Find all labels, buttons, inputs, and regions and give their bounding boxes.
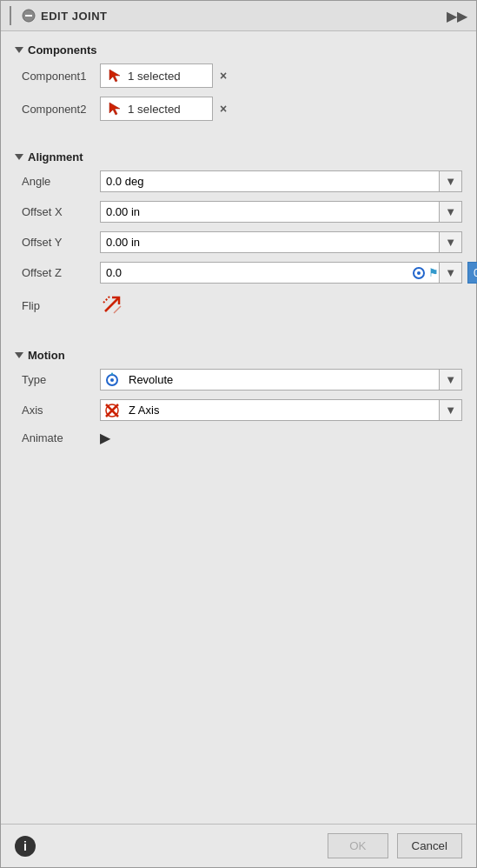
component1-clear-button[interactable]: × bbox=[220, 69, 227, 83]
svg-line-7 bbox=[103, 296, 110, 303]
offset-z-left-arrow[interactable]: ▼ bbox=[439, 263, 461, 283]
offset-y-row: Offset Y ▼ bbox=[15, 231, 462, 253]
angle-row: Angle ▼ bbox=[15, 170, 462, 192]
component1-control: 1 selected × bbox=[100, 63, 462, 88]
offset-x-control: ▼ bbox=[100, 201, 462, 223]
axis-label: Axis bbox=[22, 404, 100, 417]
flip-icon bbox=[100, 292, 124, 317]
svg-rect-1 bbox=[25, 15, 32, 17]
svg-line-8 bbox=[114, 306, 121, 313]
type-control: ▼ bbox=[100, 369, 462, 391]
motion-section-label: Motion bbox=[28, 349, 65, 362]
offset-z-control: ⚑ ▼ ▼ bbox=[100, 262, 462, 284]
svg-marker-3 bbox=[109, 103, 120, 115]
angle-label: Angle bbox=[22, 175, 100, 188]
component2-select-button[interactable]: 1 selected bbox=[100, 97, 213, 121]
component1-value: 1 selected bbox=[128, 70, 181, 83]
offset-z-label: Offset Z bbox=[22, 266, 100, 279]
svg-point-5 bbox=[417, 271, 421, 275]
angle-input[interactable] bbox=[101, 171, 439, 191]
offset-x-label: Offset X bbox=[22, 205, 100, 218]
components-collapse-icon[interactable] bbox=[15, 47, 23, 53]
component2-selector: 1 selected × bbox=[100, 97, 462, 121]
flip-control bbox=[100, 292, 462, 319]
offset-z-inputs: ⚑ ▼ ▼ bbox=[100, 262, 462, 284]
motion-section-header[interactable]: Motion bbox=[15, 349, 462, 362]
svg-marker-12 bbox=[110, 372, 114, 375]
info-button[interactable]: i bbox=[15, 836, 36, 857]
offset-z-right-group: ▼ bbox=[467, 262, 477, 284]
offset-y-input-group: ▼ bbox=[100, 231, 462, 253]
flag-icon: ⚑ bbox=[428, 266, 439, 279]
offset-x-input[interactable] bbox=[101, 202, 439, 222]
offset-z-right-input[interactable] bbox=[468, 263, 477, 283]
component2-label: Component2 bbox=[22, 103, 100, 116]
offset-z-left-group: ⚑ ▼ bbox=[100, 262, 462, 284]
footer-buttons: OK Cancel bbox=[328, 833, 462, 858]
panel-header: EDIT JOINT ▶▶ bbox=[1, 1, 476, 31]
alignment-section-header[interactable]: Alignment bbox=[15, 150, 462, 164]
offset-x-row: Offset X ▼ bbox=[15, 201, 462, 223]
offset-y-dropdown-arrow[interactable]: ▼ bbox=[439, 232, 461, 252]
cursor-icon bbox=[108, 68, 123, 83]
offset-x-dropdown-arrow[interactable]: ▼ bbox=[439, 202, 461, 222]
panel-title: EDIT JOINT bbox=[41, 10, 108, 23]
ok-button: OK bbox=[328, 833, 388, 858]
animate-control: ▶ bbox=[100, 430, 462, 446]
offset-z-row: Offset Z ⚑ bbox=[15, 262, 462, 284]
header-left: EDIT JOINT bbox=[10, 6, 108, 25]
forward-button[interactable]: ▶▶ bbox=[447, 8, 467, 24]
minus-circle-icon bbox=[22, 9, 36, 23]
flip-button[interactable] bbox=[100, 292, 124, 319]
angle-input-group: ▼ bbox=[100, 170, 462, 192]
angle-dropdown-arrow[interactable]: ▼ bbox=[439, 171, 461, 191]
type-label: Type bbox=[22, 373, 100, 386]
flip-label: Flip bbox=[22, 299, 100, 312]
component2-clear-button[interactable]: × bbox=[220, 102, 227, 116]
axis-row: Axis ▼ bbox=[15, 399, 462, 421]
type-input[interactable] bbox=[123, 370, 439, 390]
zaxis-icon bbox=[104, 403, 120, 418]
component2-control: 1 selected × bbox=[100, 97, 462, 121]
component2-row: Component2 1 selected × bbox=[15, 97, 462, 121]
components-section-label: Components bbox=[28, 43, 96, 57]
header-bar bbox=[10, 6, 11, 25]
type-row: Type ▼ bbox=[15, 369, 462, 391]
animate-play-button[interactable]: ▶ bbox=[100, 430, 110, 446]
angle-control: ▼ bbox=[100, 170, 462, 192]
target-icon bbox=[412, 266, 426, 280]
svg-marker-2 bbox=[109, 70, 120, 82]
axis-input[interactable] bbox=[123, 400, 439, 420]
panel-footer: i OK Cancel bbox=[1, 824, 476, 867]
svg-point-10 bbox=[110, 378, 114, 382]
component1-label: Component1 bbox=[22, 70, 100, 83]
component2-value: 1 selected bbox=[128, 103, 181, 116]
axis-control: ▼ bbox=[100, 399, 462, 421]
axis-dropdown: ▼ bbox=[100, 399, 462, 421]
revolute-icon bbox=[104, 372, 120, 388]
offset-x-input-group: ▼ bbox=[100, 201, 462, 223]
flip-row: Flip bbox=[15, 292, 462, 319]
type-dropdown: ▼ bbox=[100, 369, 462, 391]
edit-joint-panel: EDIT JOINT ▶▶ Components Component1 1 se… bbox=[0, 0, 477, 868]
alignment-collapse-icon[interactable] bbox=[15, 154, 23, 160]
axis-dropdown-arrow[interactable]: ▼ bbox=[439, 400, 461, 420]
component1-row: Component1 1 selected × bbox=[15, 63, 462, 88]
components-section-header[interactable]: Components bbox=[15, 43, 462, 57]
animate-row: Animate ▶ bbox=[15, 430, 462, 446]
component1-selector: 1 selected × bbox=[100, 63, 462, 88]
offset-y-control: ▼ bbox=[100, 231, 462, 253]
offset-y-label: Offset Y bbox=[22, 236, 100, 249]
component1-select-button[interactable]: 1 selected bbox=[100, 63, 213, 88]
type-dropdown-arrow[interactable]: ▼ bbox=[439, 370, 461, 390]
motion-collapse-icon[interactable] bbox=[15, 352, 23, 358]
offset-y-input[interactable] bbox=[101, 232, 439, 252]
panel-content: Components Component1 1 selected × bbox=[1, 31, 476, 824]
offset-z-left-input[interactable] bbox=[101, 263, 409, 283]
alignment-section-label: Alignment bbox=[28, 150, 83, 164]
cursor-icon-2 bbox=[108, 101, 123, 117]
animate-label: Animate bbox=[22, 431, 100, 444]
cancel-button[interactable]: Cancel bbox=[397, 833, 463, 858]
